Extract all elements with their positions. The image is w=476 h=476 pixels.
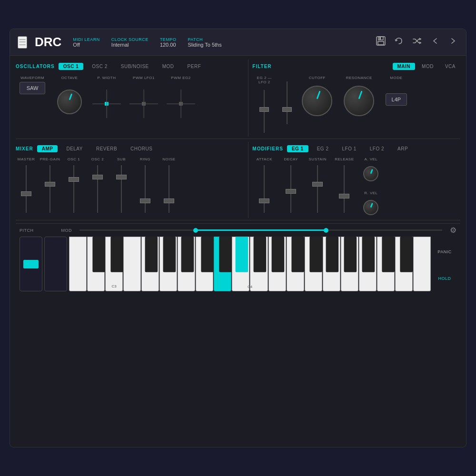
master-slider[interactable] [21,191,31,196]
black-key-6[interactable] [201,237,214,272]
filter-area: FILTER MAIN MOD VCA EG 2 — LFO 2 [248,60,460,137]
pitch-strip[interactable] [20,237,42,291]
tab-eg1[interactable]: EG 1 [287,145,308,152]
modifiers-label: MODIFIERS [252,146,283,151]
pwm-lfo1-label: PWM LFO1 [133,76,155,80]
piano-keys: C3 C4 [69,237,431,291]
osc2-mix-label: OSC 2 [91,157,104,161]
clock-source-value: Internal [111,42,149,48]
next-button[interactable] [448,36,458,49]
header: ☰ DRC MIDI LEARN Off CLOCK SOURCE Intern… [10,29,466,56]
black-key-7[interactable] [219,237,232,272]
cutoff-label: CUTOFF [309,76,326,80]
tab-lfo1[interactable]: LFO 1 [337,145,361,152]
shuffle-button[interactable] [412,36,422,49]
tab-osc2[interactable]: OSC 2 [87,63,112,70]
pitch-range-left-dot[interactable] [193,228,198,233]
black-key-12[interactable] [309,237,322,272]
noise-mix-label: NOISE [162,157,175,161]
black-key-4[interactable] [163,237,176,272]
sub-mix-slider[interactable] [116,175,127,179]
p-width-control[interactable] [92,89,121,118]
filter-header: FILTER MAIN MOD VCA [252,60,460,73]
main-content: OSCILLATORS OSC 1 OSC 2 SUB/NOISE MOD PE… [10,56,466,447]
app-container: ☰ DRC MIDI LEARN Off CLOCK SOURCE Intern… [10,29,466,447]
black-key-17[interactable] [400,237,413,272]
tab-main[interactable]: MAIN [393,63,416,70]
tab-lfo2[interactable]: LFO 2 [365,145,389,152]
resonance-knob[interactable] [344,86,374,116]
tab-chorus[interactable]: CHORUS [126,145,157,152]
black-key-8-active[interactable] [236,237,248,272]
tab-eg2[interactable]: EG 2 [312,145,334,152]
hold-button[interactable]: HOLD [436,276,453,281]
svg-rect-6 [105,102,109,106]
tab-osc1[interactable]: OSC 1 [59,63,84,70]
black-key-3[interactable] [145,237,158,272]
attack-label: ATTACK [257,157,272,161]
pwm-lfo1-control[interactable] [129,89,158,118]
pre-gain-slider[interactable] [45,182,55,187]
undo-button[interactable] [394,36,404,49]
tab-reverb[interactable]: REVERB [91,145,122,152]
waveform-button[interactable]: SAW [20,82,46,94]
panic-button[interactable]: PANIC [436,249,453,254]
oscillators-label: OSCILLATORS [16,64,55,69]
bottom-sections: MIXER AMP DELAY REVERB CHORUS MASTER [16,142,460,220]
prev-button[interactable] [430,36,440,49]
clock-source-group: CLOCK SOURCE Internal [111,37,149,48]
decay-label: DECAY [284,157,298,161]
decay-slider[interactable] [286,189,296,194]
osc1-mix-slider[interactable] [69,177,79,182]
svg-rect-9 [142,102,146,106]
sustain-slider[interactable] [312,182,323,187]
pwm-eg2-control[interactable] [167,89,195,118]
mod-strip[interactable] [44,237,67,291]
tab-mod-right[interactable]: MOD [417,63,438,70]
pitch-range-right-dot[interactable] [324,228,328,233]
black-key-14[interactable] [344,237,357,272]
osc1-mix-label: OSC 1 [68,157,80,161]
tempo-group: TEMPO 120.00 [160,37,177,48]
header-params: MIDI LEARN Off CLOCK SOURCE Internal TEM… [73,37,376,48]
tab-sub-noise[interactable]: SUB/NOISE [116,63,154,70]
octave-knob[interactable] [57,89,82,114]
release-slider[interactable] [339,194,349,198]
lfo2-slider[interactable] [282,107,292,112]
ring-mix-slider[interactable] [140,198,150,203]
osc2-mix-slider[interactable] [92,175,103,179]
black-key-10[interactable] [272,237,285,272]
filter-label: FILTER [252,64,271,69]
c3-label: C3 [111,284,116,288]
mod-keyboard-label: MOD [61,228,72,233]
menu-button[interactable]: ☰ [18,36,27,49]
modifiers-area: MODIFIERS EG 1 EG 2 LFO 1 LFO 2 ARP ATTA… [248,142,460,218]
save-button[interactable] [376,36,386,49]
octave-label: OCTAVE [61,76,78,80]
eg2-slider[interactable] [259,107,269,112]
attack-slider[interactable] [259,198,269,203]
cutoff-knob[interactable] [302,86,332,116]
black-key-11[interactable] [291,237,304,272]
black-key-2[interactable] [110,237,123,272]
tab-arp[interactable]: ARP [393,145,413,152]
a-vel-knob[interactable] [363,166,378,181]
tab-perf[interactable]: PERF [183,63,206,70]
tab-mod[interactable]: MOD [158,63,179,70]
black-key-9[interactable] [254,237,267,272]
settings-button[interactable]: ⚙ [450,226,456,235]
tab-delay[interactable]: DELAY [61,145,88,152]
black-key-16[interactable] [382,237,395,272]
mode-button[interactable]: L4P [386,93,407,106]
black-key-15[interactable] [362,237,375,272]
black-key-5[interactable] [181,237,194,272]
black-key-1[interactable] [92,237,105,272]
svg-rect-2 [378,41,384,45]
r-vel-knob[interactable] [363,200,378,215]
tab-vca[interactable]: VCA [440,63,460,70]
noise-mix-slider[interactable] [164,198,174,203]
tab-amp[interactable]: AMP [37,145,58,152]
black-key-13[interactable] [326,237,339,272]
pitch-label: PITCH [20,228,34,233]
sub-mix-label: SUB [117,157,126,161]
